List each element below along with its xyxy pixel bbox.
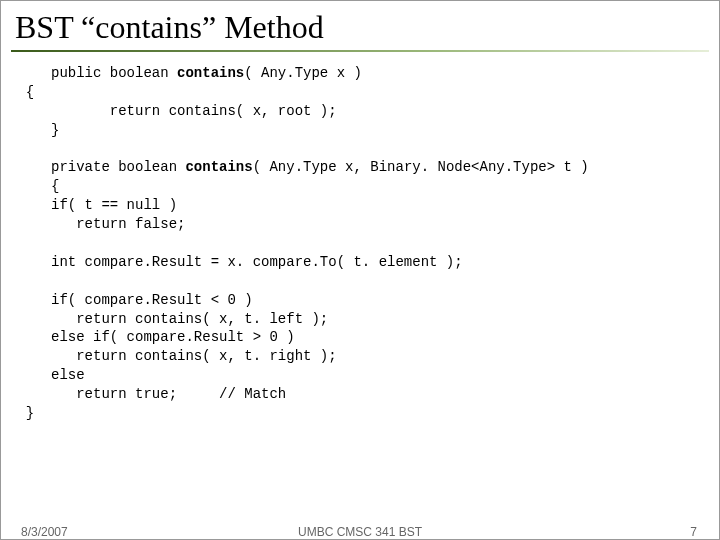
code-line: return true; // Match	[9, 386, 286, 402]
code-line: }	[9, 122, 59, 138]
code-line: else if( compare.Result > 0 )	[9, 329, 295, 345]
code-line: public boolean	[9, 65, 177, 81]
code-line: ( Any.Type x, Binary. Node<Any.Type> t )	[253, 159, 589, 175]
code-line: {	[9, 84, 34, 100]
code-line: private boolean	[9, 159, 185, 175]
code-line: return contains( x, t. left );	[9, 311, 328, 327]
code-line: if( t == null )	[9, 197, 177, 213]
footer-page-number: 7	[690, 525, 697, 539]
slide: BST “contains” Method public boolean con…	[0, 0, 720, 540]
code-keyword: contains	[185, 159, 252, 175]
code-line: return contains( x, t. right );	[9, 348, 337, 364]
code-line: ( Any.Type x )	[244, 65, 362, 81]
code-line: if( compare.Result < 0 )	[9, 292, 253, 308]
footer-course: UMBC CMSC 341 BST	[298, 525, 422, 539]
code-line: else	[9, 367, 85, 383]
code-line: }	[9, 405, 34, 421]
code-line: {	[9, 178, 59, 194]
footer-date: 8/3/2007	[21, 525, 68, 539]
code-line: int compare.Result = x. compare.To( t. e…	[9, 254, 463, 270]
code-block: public boolean contains( Any.Type x ) { …	[1, 52, 719, 423]
slide-title: BST “contains” Method	[1, 1, 719, 50]
code-keyword: contains	[177, 65, 244, 81]
code-line: return contains( x, root );	[9, 103, 337, 119]
code-line: return false;	[9, 216, 185, 232]
